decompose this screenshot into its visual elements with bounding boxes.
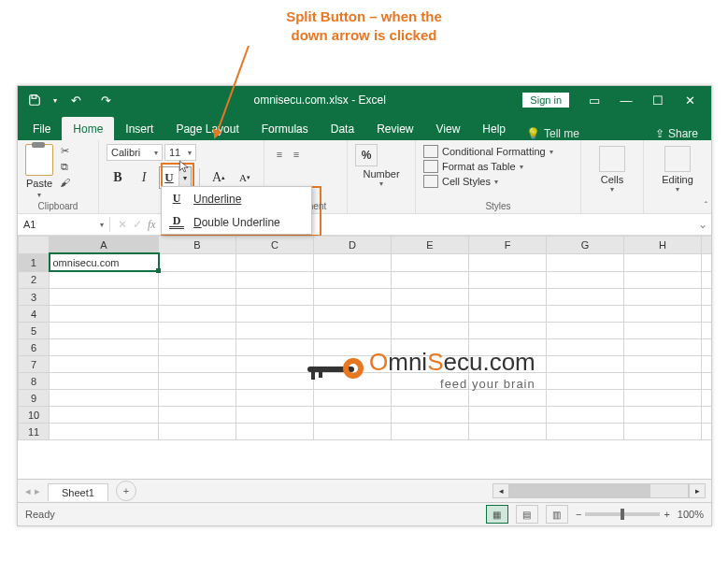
- cell[interactable]: [547, 271, 624, 289]
- cell[interactable]: [159, 271, 236, 289]
- tab-page-layout[interactable]: Page Layout: [164, 117, 250, 140]
- cell[interactable]: [236, 356, 314, 373]
- cell[interactable]: [469, 339, 547, 356]
- cell[interactable]: [547, 323, 624, 339]
- cell[interactable]: [159, 424, 236, 440]
- cell[interactable]: [159, 390, 236, 407]
- cell[interactable]: [547, 424, 624, 440]
- tab-data[interactable]: Data: [320, 117, 365, 140]
- tab-review[interactable]: Review: [365, 117, 424, 140]
- cell[interactable]: [702, 390, 712, 407]
- cell[interactable]: [314, 323, 392, 339]
- underline-dropdown-arrow[interactable]: ▾: [178, 167, 191, 188]
- cell[interactable]: [624, 306, 702, 323]
- cell[interactable]: [236, 271, 314, 289]
- cell[interactable]: [469, 271, 547, 289]
- name-box[interactable]: A1▾: [18, 217, 110, 232]
- cell[interactable]: [236, 306, 314, 323]
- scroll-left-icon[interactable]: ◂: [492, 483, 509, 498]
- cell[interactable]: [392, 390, 469, 407]
- cell[interactable]: [702, 407, 712, 424]
- cell[interactable]: [624, 390, 702, 407]
- cell[interactable]: [392, 407, 469, 424]
- col-header[interactable]: H: [624, 237, 702, 254]
- cell[interactable]: [236, 253, 314, 271]
- cell[interactable]: [624, 356, 702, 373]
- editing-icon[interactable]: [664, 146, 691, 172]
- zoom-level[interactable]: 100%: [678, 509, 704, 520]
- share-button[interactable]: ⇪ Share: [646, 127, 707, 140]
- col-header[interactable]: G: [547, 237, 624, 254]
- format-painter-icon[interactable]: 🖌: [57, 176, 72, 189]
- align-icon[interactable]: ≡: [289, 148, 304, 161]
- cell[interactable]: [624, 271, 702, 289]
- cell[interactable]: [547, 306, 624, 323]
- row-header[interactable]: 3: [19, 289, 50, 306]
- menu-item-underline[interactable]: U Underline: [162, 187, 311, 210]
- row-header[interactable]: 11: [19, 424, 50, 440]
- cell[interactable]: [469, 306, 547, 323]
- cell[interactable]: [392, 271, 469, 289]
- tab-next-icon[interactable]: ▸: [35, 485, 40, 497]
- format-as-table-button[interactable]: Format as Table▾: [423, 159, 573, 174]
- add-sheet-button[interactable]: +: [116, 481, 136, 501]
- undo-icon[interactable]: ↶: [64, 90, 87, 110]
- cell[interactable]: [547, 289, 624, 306]
- cell[interactable]: [50, 407, 159, 424]
- horizontal-scrollbar[interactable]: ◂ ▸: [136, 483, 711, 498]
- cell[interactable]: [392, 356, 469, 373]
- cell[interactable]: [624, 339, 702, 356]
- expand-formula-bar-icon[interactable]: ⌄: [694, 218, 711, 231]
- minimize-icon[interactable]: —: [610, 89, 642, 111]
- cell[interactable]: [50, 390, 159, 407]
- cell[interactable]: [469, 253, 547, 271]
- cell[interactable]: [392, 424, 469, 440]
- cell[interactable]: omnisecu.com: [50, 253, 159, 271]
- col-header[interactable]: F: [469, 237, 547, 254]
- signin-button[interactable]: Sign in: [522, 93, 569, 108]
- cell[interactable]: [702, 424, 712, 440]
- cell[interactable]: [702, 253, 712, 271]
- row-header[interactable]: 7: [19, 356, 50, 373]
- cell[interactable]: [159, 323, 236, 339]
- percent-icon[interactable]: %: [355, 144, 378, 166]
- cell[interactable]: [702, 271, 712, 289]
- col-header[interactable]: C: [236, 237, 314, 254]
- tab-view[interactable]: View: [425, 117, 472, 140]
- cell[interactable]: [392, 339, 469, 356]
- row-header[interactable]: 1: [19, 253, 50, 271]
- cell[interactable]: [624, 424, 702, 440]
- col-header[interactable]: E: [392, 237, 469, 254]
- save-icon[interactable]: [23, 90, 46, 110]
- cell[interactable]: [469, 390, 547, 407]
- copy-icon[interactable]: ⧉: [57, 160, 72, 173]
- menu-item-double-underline[interactable]: D Double Underline: [162, 210, 311, 234]
- row-header[interactable]: 8: [19, 373, 50, 390]
- cell[interactable]: [547, 339, 624, 356]
- cell[interactable]: [702, 306, 712, 323]
- cell[interactable]: [236, 373, 314, 390]
- zoom-in-button[interactable]: +: [664, 509, 669, 520]
- zoom-out-button[interactable]: −: [576, 509, 581, 520]
- cell[interactable]: [159, 253, 236, 271]
- cell[interactable]: [314, 356, 392, 373]
- cell[interactable]: [50, 373, 159, 390]
- italic-button[interactable]: I: [133, 167, 155, 188]
- cell[interactable]: [547, 356, 624, 373]
- cell[interactable]: [547, 253, 624, 271]
- cell[interactable]: [469, 289, 547, 306]
- grow-font-button[interactable]: A▴: [207, 167, 230, 188]
- cell[interactable]: [159, 289, 236, 306]
- tab-home[interactable]: Home: [62, 117, 114, 140]
- sheet-tab[interactable]: Sheet1: [48, 483, 108, 501]
- cells-icon[interactable]: [599, 146, 625, 172]
- cell[interactable]: [624, 373, 702, 390]
- cell[interactable]: [314, 373, 392, 390]
- cell[interactable]: [236, 390, 314, 407]
- normal-view-icon[interactable]: ▦: [486, 505, 508, 524]
- font-size-select[interactable]: 11▾: [164, 144, 196, 161]
- cell[interactable]: [392, 253, 469, 271]
- row-header[interactable]: 10: [19, 407, 50, 424]
- conditional-formatting-button[interactable]: Conditional Formatting▾: [423, 144, 573, 159]
- qat-more-icon[interactable]: ▾: [53, 96, 57, 105]
